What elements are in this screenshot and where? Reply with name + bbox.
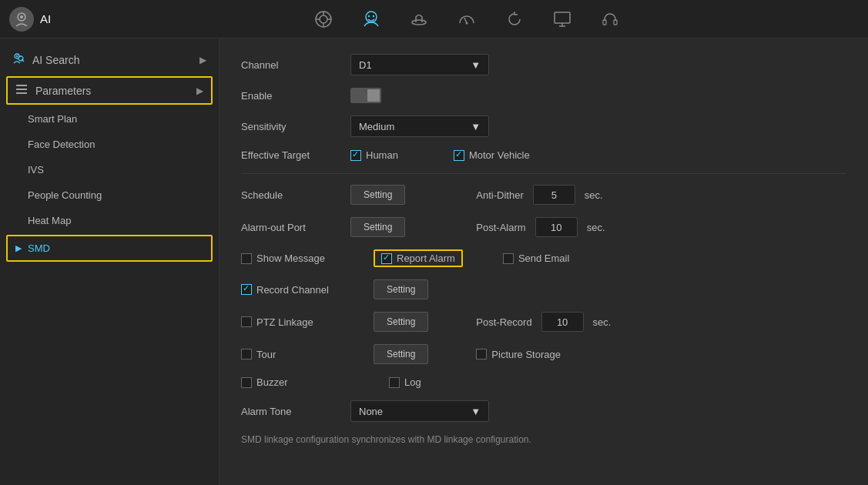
- schedule-row: Schedule Setting Anti-Dither sec.: [241, 185, 846, 205]
- refresh-icon[interactable]: [502, 7, 527, 32]
- channel-select[interactable]: D1 D2 D3 ▼: [350, 54, 489, 75]
- alarm-out-port-setting-btn[interactable]: Setting: [350, 217, 405, 237]
- buzzer-label: Buzzer: [256, 376, 287, 388]
- channel-select-input[interactable]: D1 D2 D3: [359, 59, 471, 71]
- alarm-tone-dropdown-arrow: ▼: [471, 406, 481, 417]
- enable-label: Enable: [241, 90, 341, 102]
- svg-point-21: [18, 56, 23, 61]
- channel-dropdown-arrow: ▼: [471, 59, 481, 71]
- alarm-tone-select[interactable]: None Tone1 Tone2 ▼: [350, 400, 489, 422]
- svg-point-19: [16, 55, 18, 57]
- record-channel-checkbox-label[interactable]: Record Channel: [241, 284, 364, 296]
- alarm-out-port-label: Alarm-out Port: [241, 222, 341, 233]
- motor-vehicle-label: Motor Vehicle: [469, 149, 530, 161]
- svg-rect-13: [555, 12, 570, 23]
- ptz-linkage-checkbox-label[interactable]: PTZ Linkage: [241, 316, 364, 328]
- post-record-unit: sec.: [593, 316, 612, 328]
- anti-dither-input[interactable]: [533, 185, 575, 205]
- sensitivity-select-input[interactable]: Medium Low High: [359, 121, 471, 132]
- sidebar-item-people-counting[interactable]: People Counting: [0, 182, 219, 208]
- divider1: [241, 173, 846, 174]
- smd-label: SMD: [28, 242, 50, 254]
- ptz-linkage-label: PTZ Linkage: [256, 316, 313, 328]
- smart-plan-label: Smart Plan: [28, 113, 77, 125]
- monitor-icon[interactable]: [550, 7, 575, 32]
- tour-setting-btn[interactable]: Setting: [374, 344, 428, 364]
- app-title: AI: [40, 12, 51, 25]
- sidebar-item-face-detection[interactable]: Face Detection: [0, 132, 219, 157]
- log-checkbox[interactable]: [389, 377, 400, 388]
- picture-storage-checkbox[interactable]: [476, 349, 487, 360]
- sidebar-item-smart-plan[interactable]: Smart Plan: [0, 106, 219, 132]
- picture-storage-checkbox-label[interactable]: Picture Storage: [476, 349, 561, 360]
- tour-checkbox[interactable]: [241, 349, 252, 360]
- face-detection-icon[interactable]: [359, 7, 384, 32]
- parameters-arrow: ▶: [196, 85, 203, 96]
- log-label: Log: [404, 376, 421, 388]
- ptz-linkage-row: PTZ Linkage Setting Post-Record sec.: [241, 312, 846, 332]
- enable-toggle[interactable]: [350, 88, 381, 103]
- post-alarm-unit: sec.: [587, 222, 605, 233]
- report-alarm-checkbox-label[interactable]: Report Alarm: [381, 253, 455, 264]
- sidebar-item-ivs[interactable]: IVS: [0, 157, 219, 182]
- sidebar-item-ai-search[interactable]: AI Search ▶: [0, 45, 219, 75]
- topbar-center-icons: [311, 7, 622, 32]
- log-checkbox-label[interactable]: Log: [389, 376, 421, 388]
- sidebar-item-parameters[interactable]: Parameters ▶: [6, 76, 213, 105]
- effective-target-label: Effective Target: [241, 149, 341, 161]
- record-channel-checkbox[interactable]: [241, 284, 252, 295]
- topbar: AI: [0, 0, 868, 38]
- enable-row: Enable: [241, 88, 846, 103]
- schedule-setting-btn[interactable]: Setting: [350, 185, 405, 205]
- show-message-checkbox[interactable]: [241, 253, 252, 264]
- post-record-label: Post-Record: [476, 316, 531, 328]
- logo-icon: [9, 7, 34, 32]
- svg-point-11: [412, 20, 426, 25]
- motor-vehicle-checkbox-label[interactable]: Motor Vehicle: [454, 149, 530, 161]
- picture-storage-label: Picture Storage: [491, 349, 561, 360]
- show-message-checkbox-label[interactable]: Show Message: [241, 253, 364, 264]
- report-alarm-highlight-box: Report Alarm: [374, 249, 463, 267]
- record-channel-label: Record Channel: [256, 284, 329, 296]
- alarm-tone-row: Alarm Tone None Tone1 Tone2 ▼: [241, 400, 846, 422]
- svg-point-3: [320, 15, 327, 23]
- sidebar-item-heat-map[interactable]: Heat Map: [0, 208, 219, 233]
- hat-icon[interactable]: [407, 7, 431, 32]
- report-alarm-label: Report Alarm: [397, 253, 455, 264]
- people-counting-label: People Counting: [28, 189, 102, 201]
- human-checkbox-label[interactable]: Human: [350, 149, 398, 161]
- record-channel-setting-btn[interactable]: Setting: [374, 279, 428, 299]
- grid-icon[interactable]: [311, 7, 336, 32]
- alarm-tone-select-input[interactable]: None Tone1 Tone2: [359, 406, 471, 417]
- alarm-out-port-row: Alarm-out Port Setting Post-Alarm sec.: [241, 217, 846, 237]
- speedometer-icon[interactable]: [454, 7, 479, 32]
- svg-point-1: [20, 15, 23, 18]
- sensitivity-select[interactable]: Medium Low High ▼: [350, 115, 489, 137]
- tour-checkbox-label[interactable]: Tour: [241, 349, 364, 360]
- motor-vehicle-checkbox[interactable]: [454, 150, 464, 161]
- main-layout: AI Search ▶ Parameters ▶ Smart Plan Face…: [0, 38, 868, 485]
- show-message-label: Show Message: [256, 253, 325, 264]
- post-alarm-input[interactable]: [535, 217, 578, 237]
- send-email-checkbox[interactable]: [503, 253, 514, 264]
- post-record-input[interactable]: [541, 312, 584, 332]
- app-logo: AI: [9, 7, 51, 32]
- post-alarm-label: Post-Alarm: [476, 222, 525, 233]
- channel-row: Channel D1 D2 D3 ▼: [241, 54, 846, 75]
- tour-row: Tour Setting Picture Storage: [241, 344, 846, 364]
- ptz-linkage-checkbox[interactable]: [241, 316, 252, 327]
- ptz-linkage-setting-btn[interactable]: Setting: [374, 312, 428, 332]
- send-email-checkbox-label[interactable]: Send Email: [503, 253, 569, 264]
- report-alarm-checkbox[interactable]: [381, 253, 392, 264]
- headset-icon[interactable]: [598, 7, 622, 32]
- parameters-icon: [15, 84, 28, 97]
- human-checkbox[interactable]: [350, 150, 361, 161]
- buzzer-checkbox[interactable]: [241, 377, 252, 388]
- effective-target-row: Effective Target Human Motor Vehicle: [241, 149, 846, 161]
- buzzer-checkbox-label[interactable]: Buzzer: [241, 376, 364, 388]
- alarm-tone-label: Alarm Tone: [241, 406, 341, 417]
- sidebar-item-smd[interactable]: ▶ SMD: [6, 235, 213, 262]
- alarm-actions-row: Show Message Report Alarm Send Email: [241, 249, 846, 267]
- note-text: SMD linkage configuration synchronizes w…: [241, 434, 846, 445]
- record-channel-row: Record Channel Setting: [241, 279, 846, 299]
